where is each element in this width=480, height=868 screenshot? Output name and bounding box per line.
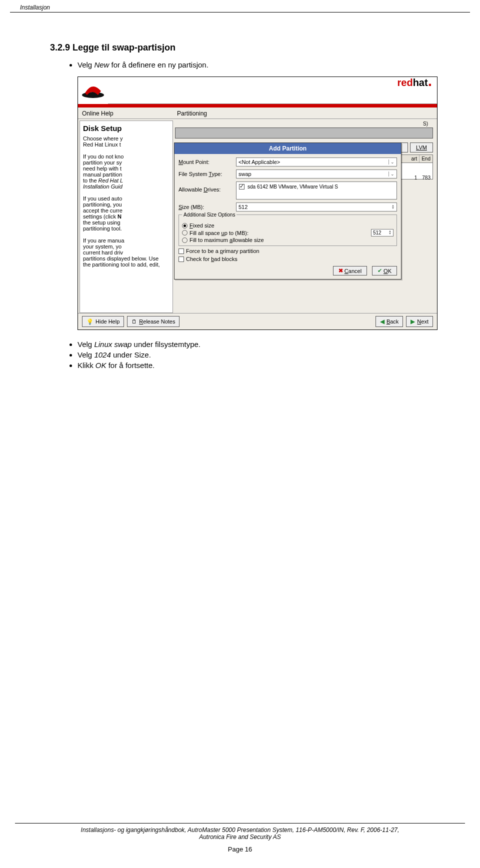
- help-line: partitioning, you: [83, 202, 122, 208]
- lightbulb-icon: 💡: [86, 318, 94, 325]
- arrow-right-icon: ▶: [410, 318, 415, 325]
- radio-fill-max[interactable]: [182, 238, 188, 243]
- release-notes-label: Release Notes: [139, 318, 175, 324]
- fill-to-value: 512: [373, 230, 382, 236]
- right-s: S): [175, 121, 433, 126]
- help-line: Red Hat Linux t: [83, 142, 121, 148]
- mount-point-value: <Not Applicable>: [238, 159, 280, 165]
- cell: 1: [414, 175, 418, 180]
- bad-blocks-label: Check for bad blocks: [186, 256, 238, 262]
- back-button[interactable]: ◀ Back: [376, 316, 403, 327]
- help-line: Choose where y: [83, 136, 123, 142]
- section-heading: 3.2.9 Legge til swap-partisjon: [50, 42, 445, 53]
- opt-fill-to-label: Fill all space up to (MB):: [190, 230, 248, 236]
- help-line: need help with t: [83, 166, 122, 172]
- group-legend: Additional Size Options: [182, 212, 236, 218]
- fs-type-label: File System Type:: [178, 171, 234, 177]
- help-line: If you do not kno: [83, 154, 124, 160]
- right-col-title: Partitioning: [173, 108, 437, 119]
- left-col-title: Online Help: [78, 108, 173, 119]
- lvm-label: LVM: [416, 144, 427, 150]
- bullet-text: Velg: [78, 340, 94, 348]
- back-label: Back: [386, 318, 398, 324]
- help-line: to the: [83, 178, 98, 184]
- force-primary-label: Force to be a primary partition: [186, 248, 260, 254]
- bullet-text: Velg: [78, 350, 94, 359]
- installer-screenshot: redhat. Online Help Disk Setup Choose wh…: [78, 76, 438, 330]
- radio-fixed-size[interactable]: [182, 223, 188, 228]
- cancel-button[interactable]: ✖ Cancel: [333, 266, 367, 276]
- bottom-bullets: Velg Linux swap under filsystemtype. Vel…: [78, 340, 445, 370]
- cell: 783: [422, 175, 430, 180]
- size-field[interactable]: 512 ▲▼: [236, 202, 397, 212]
- content: 3.2.9 Legge til swap-partisjon Velg New …: [0, 12, 480, 370]
- size-value: 512: [238, 204, 248, 210]
- help-line: partition your sy: [83, 160, 122, 166]
- dialog-title: Add Partition: [174, 143, 401, 154]
- bullet-text: under filsystemtype.: [132, 340, 200, 348]
- bad-blocks-checkbox[interactable]: [178, 256, 184, 262]
- help-line: your system, yo: [83, 244, 122, 250]
- hide-help-label: Hide Help: [96, 318, 120, 324]
- radio-fill-up-to[interactable]: [182, 230, 188, 236]
- bullet-text: for å fortsette.: [106, 361, 155, 370]
- bullet-em: OK: [96, 361, 106, 370]
- redhat-hat-icon: [78, 77, 108, 104]
- help-line: current hard driv: [83, 250, 123, 256]
- help-line: N: [118, 214, 122, 220]
- redhat-logo: redhat.: [398, 77, 437, 88]
- drives-list[interactable]: sda 6142 MB VMware, VMware Virtual S: [236, 182, 397, 200]
- chevron-down-icon: ⌄: [388, 160, 394, 164]
- help-line: If you used auto: [83, 196, 122, 202]
- help-line: If you are manua: [83, 238, 124, 244]
- help-line: accept the curre: [83, 208, 122, 214]
- footer-line1: Installasjons- og igangkjøringshåndbok, …: [15, 826, 465, 834]
- cancel-icon: ✖: [338, 268, 343, 274]
- opt-fill-max-label: Fill to maximum allowable size: [190, 237, 264, 243]
- force-primary-checkbox[interactable]: [178, 248, 184, 254]
- next-label: Next: [417, 318, 428, 324]
- size-label: Size (MB):: [178, 204, 234, 210]
- help-line: Installation Guid: [83, 184, 122, 190]
- opt-fixed-label: Fixed size: [190, 222, 214, 228]
- arrow-left-icon: ◀: [380, 318, 384, 325]
- cancel-label: Cancel: [344, 268, 362, 274]
- chapter-header: Installasjon: [10, 0, 470, 12]
- bullet-item: Klikk OK for å fortsette.: [78, 361, 445, 370]
- ok-icon: ✔: [378, 268, 382, 274]
- ok-button[interactable]: ✔ OK: [372, 266, 397, 276]
- bullet-text: for å definere en ny partisjon.: [109, 60, 208, 69]
- drives-label: Allowable Drives:: [178, 182, 234, 192]
- bullet-text: under Size.: [111, 350, 151, 359]
- bullet-item: Velg New for å definere en ny partisjon.: [78, 60, 445, 69]
- hide-help-button[interactable]: 💡 Hide Help: [82, 316, 124, 327]
- fs-type-field[interactable]: swap ⌄: [236, 170, 397, 178]
- col-art: art: [410, 155, 420, 162]
- next-button[interactable]: ▶ Next: [406, 316, 433, 327]
- additional-size-options: Additional Size Options Fixed size Fill …: [178, 214, 397, 246]
- logo-hat: hat: [413, 77, 428, 88]
- disk-bar: [175, 128, 433, 138]
- drive-checkbox[interactable]: [239, 184, 244, 190]
- help-line: partitioning tool.: [83, 226, 122, 232]
- mount-point-field[interactable]: <Not Applicable> ⌄: [236, 158, 397, 166]
- spinner-icon[interactable]: ▲▼: [392, 204, 394, 210]
- fill-to-spinner[interactable]: 512 ▲▼: [371, 229, 394, 236]
- ok-label: OK: [384, 268, 392, 274]
- bullet-em: Linux swap: [94, 340, 132, 348]
- notes-icon: 🗒: [132, 318, 137, 324]
- page-number: Page 16: [15, 846, 465, 853]
- footer-line2: Autronica Fire and Security AS: [15, 834, 465, 840]
- mount-point-label: Mount Point:: [178, 159, 234, 165]
- fs-type-value: swap: [238, 171, 252, 177]
- spinner-icon: ▲▼: [388, 230, 392, 236]
- help-line: manual partition: [83, 172, 122, 178]
- left-column: Online Help Disk Setup Choose where y Re…: [78, 108, 173, 313]
- logo-red: red: [398, 77, 413, 88]
- release-notes-button[interactable]: 🗒 Release Notes: [127, 316, 180, 327]
- red-bar: [78, 104, 437, 108]
- col-end: End: [420, 155, 432, 162]
- drives-value: sda 6142 MB VMware, VMware Virtual S: [248, 184, 338, 190]
- page-footer: Installasjons- og igangkjøringshåndbok, …: [15, 823, 465, 853]
- lvm-button[interactable]: LVM: [410, 142, 433, 152]
